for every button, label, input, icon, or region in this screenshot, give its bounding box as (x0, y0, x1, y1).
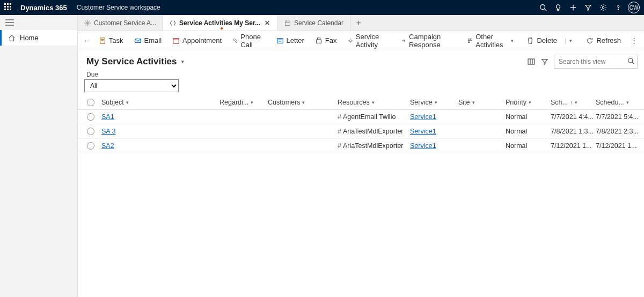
chevron-down-icon: ▾ (511, 38, 514, 43)
col-priority[interactable]: Priority▾ (506, 99, 551, 106)
svg-point-36 (628, 58, 633, 63)
svg-rect-27 (316, 40, 321, 43)
svg-rect-14 (286, 21, 290, 25)
add-tab-button[interactable]: + (350, 15, 367, 31)
svg-point-0 (540, 5, 545, 10)
tab-label: Customer Service A... (94, 19, 156, 27)
tab-label: Service Activities My Ser... (179, 19, 260, 27)
cmd-other-activities[interactable]: Other Activities ▾ (463, 31, 518, 51)
cmd-letter[interactable]: Letter (272, 34, 309, 47)
svg-line-1 (545, 9, 547, 11)
tab-label: Service Calendar (294, 19, 343, 27)
unsaved-indicator (221, 27, 223, 29)
svg-rect-31 (471, 39, 472, 40)
cmd-campaign-response[interactable]: Campaign Response (397, 31, 462, 51)
svg-rect-30 (469, 39, 470, 40)
close-icon[interactable]: ✕ (264, 19, 271, 27)
back-button[interactable]: ← (81, 36, 92, 44)
service-link[interactable]: Service1 (410, 142, 436, 150)
col-site[interactable]: Site▾ (458, 99, 506, 106)
search-box[interactable] (554, 55, 638, 69)
view-title[interactable]: My Service Activities ▾ (86, 56, 184, 67)
search-icon[interactable] (536, 0, 551, 15)
svg-point-29 (349, 40, 352, 42)
svg-rect-22 (173, 38, 179, 43)
sidebar-item-home[interactable]: Home (0, 30, 77, 46)
global-header: Dynamics 365 Customer Service workspace … (0, 0, 644, 15)
subject-link[interactable]: SA2 (101, 142, 114, 150)
subject-link[interactable]: SA 3 (101, 128, 115, 135)
tab-strip: Customer Service A... Service Activities… (78, 15, 644, 31)
svg-rect-28 (317, 38, 320, 40)
edit-columns-icon[interactable] (527, 57, 536, 66)
app-launcher-icon[interactable] (4, 3, 13, 12)
grid-header: Subject▾ Regardi...▾ Customers▾ Resource… (78, 95, 644, 110)
svg-rect-24 (277, 38, 283, 43)
col-regarding[interactable]: Regardi...▾ (219, 99, 268, 106)
view-header: My Service Activities ▾ (78, 50, 644, 71)
cmd-task[interactable]: Task (94, 34, 128, 47)
col-service[interactable]: Service▾ (410, 99, 458, 106)
sidebar: Home (0, 15, 78, 297)
svg-point-6 (618, 9, 618, 10)
command-bar: ← Task Email Appointment Phone Call Lett… (78, 31, 644, 50)
cmd-appointment[interactable]: Appointment (168, 34, 226, 47)
row-checkbox[interactable] (87, 142, 94, 150)
sidebar-toggle[interactable] (0, 15, 77, 30)
svg-line-37 (632, 62, 634, 64)
due-filter-select[interactable]: All (84, 79, 179, 92)
main-content: Customer Service A... Service Activities… (78, 15, 644, 297)
help-icon[interactable] (611, 0, 626, 15)
table-row: SA2 #AriaTestMdlExporter Service1 Normal… (78, 139, 644, 153)
service-link[interactable]: Service1 (410, 128, 436, 135)
svg-point-5 (602, 6, 604, 9)
row-checkbox[interactable] (87, 128, 94, 135)
service-link[interactable]: Service1 (410, 113, 436, 121)
filter-label: Due (86, 71, 638, 78)
sidebar-item-label: Home (20, 34, 39, 42)
tab-customer-service[interactable]: Customer Service A... (78, 15, 163, 31)
filter-icon[interactable] (541, 58, 548, 65)
cmd-refresh[interactable]: Refresh (582, 34, 625, 47)
cmd-delete[interactable]: Delete (522, 34, 561, 47)
gear-icon[interactable] (596, 0, 611, 15)
table-row: SA 3 #AriaTestMdlExporter Service1 Norma… (78, 124, 644, 139)
select-all-checkbox[interactable] (87, 99, 94, 106)
cmd-email[interactable]: Email (130, 34, 166, 47)
overflow-menu[interactable]: ⋮ (627, 36, 641, 44)
filter-icon[interactable] (581, 0, 596, 15)
col-subject[interactable]: Subject▾ (101, 99, 219, 106)
col-resources[interactable]: Resources▾ (338, 99, 410, 106)
brand-name: Dynamics 365 (20, 4, 67, 12)
plus-icon[interactable] (566, 0, 581, 15)
svg-rect-32 (469, 41, 470, 42)
tab-service-activities[interactable]: Service Activities My Ser... ✕ (163, 15, 278, 31)
chevron-down-icon: ▾ (181, 59, 184, 64)
col-customers[interactable]: Customers▾ (268, 99, 338, 106)
delete-split-chevron[interactable]: ▾ (569, 38, 572, 43)
workspace-name: Customer Service workspace (77, 4, 160, 11)
data-grid: Subject▾ Regardi...▾ Customers▾ Resource… (78, 95, 644, 153)
filter-row: Due All (78, 71, 644, 95)
col-sched-end[interactable]: Schedu...▾ (596, 99, 642, 106)
search-input[interactable] (554, 55, 638, 69)
subject-link[interactable]: SA1 (101, 113, 114, 121)
table-row: SA1 #AgentEmail Twilio Service1 Normal 7… (78, 110, 644, 124)
cmd-phonecall[interactable]: Phone Call (228, 31, 270, 51)
svg-rect-33 (528, 59, 535, 64)
row-checkbox[interactable] (87, 113, 94, 121)
cmd-service-activity[interactable]: Service Activity (343, 31, 394, 51)
search-icon[interactable] (627, 57, 634, 64)
cmd-fax[interactable]: Fax (311, 34, 341, 47)
avatar[interactable]: CW (628, 2, 640, 13)
tab-service-calendar[interactable]: Service Calendar (278, 15, 350, 31)
col-sched-start[interactable]: Sch...↑▾ (551, 99, 596, 106)
lightbulb-icon[interactable] (551, 0, 566, 15)
